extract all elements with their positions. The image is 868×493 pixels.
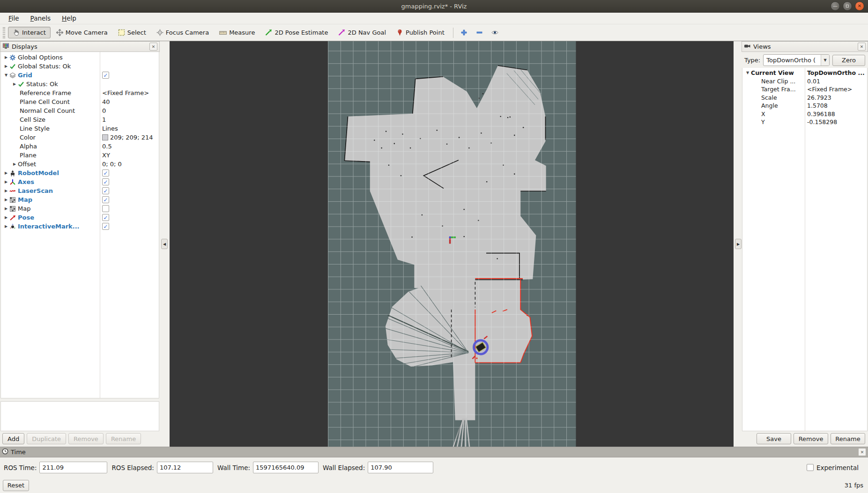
- expander-icon[interactable]: ▶: [3, 224, 9, 228]
- left-splitter[interactable]: ◀: [160, 41, 170, 447]
- close-button[interactable]: ✕: [855, 1, 864, 11]
- enabled-checkbox[interactable]: ✓: [102, 187, 109, 194]
- tool-2d-nav-goal[interactable]: 2D Nav Goal: [334, 27, 391, 38]
- tree-row[interactable]: Normal Cell Count0: [1, 106, 159, 115]
- expander-icon[interactable]: ▶: [3, 215, 9, 220]
- enabled-checkbox[interactable]: [102, 205, 109, 212]
- tree-row[interactable]: ▶RobotModel✓: [1, 169, 159, 177]
- 3d-viewport[interactable]: [170, 41, 734, 447]
- tool-select[interactable]: Select: [113, 27, 151, 38]
- tree-row[interactable]: Reference Frame<Fixed Frame>: [1, 88, 159, 97]
- menu-panels[interactable]: Panels: [25, 13, 56, 23]
- ros-elapsed-input[interactable]: [157, 462, 213, 473]
- tool-focus-camera[interactable]: Focus Camera: [152, 27, 214, 38]
- expander-icon[interactable]: ▶: [3, 64, 9, 68]
- maximize-button[interactable]: [843, 1, 852, 11]
- property-value[interactable]: 0.5: [102, 143, 112, 150]
- expander-icon[interactable]: ▶: [3, 198, 9, 202]
- menu-help[interactable]: Help: [56, 13, 82, 23]
- experimental-checkbox[interactable]: [807, 464, 814, 471]
- tree-row[interactable]: ▶Axes✓: [1, 177, 159, 186]
- tool-interact[interactable]: Interact: [8, 27, 51, 38]
- tree-row[interactable]: Plane Cell Count40: [1, 97, 159, 106]
- menu-file[interactable]: File: [3, 13, 25, 23]
- property-value[interactable]: 0; 0; 0: [102, 161, 122, 168]
- remove-button[interactable]: Remove: [68, 433, 104, 444]
- tree-row[interactable]: ▶Map✓: [1, 195, 159, 204]
- enabled-checkbox[interactable]: ✓: [102, 178, 109, 185]
- tool-publish-point[interactable]: Publish Point: [392, 27, 449, 38]
- expander-icon[interactable]: ▶: [11, 162, 18, 166]
- collapse-left-icon[interactable]: ◀: [161, 239, 168, 249]
- tree-row[interactable]: ▶Pose✓: [1, 213, 159, 222]
- expander-icon[interactable]: ▶: [3, 171, 9, 175]
- expander-icon[interactable]: ▼: [744, 71, 751, 75]
- property-value[interactable]: 209; 209; 214: [110, 134, 153, 141]
- property-value[interactable]: <Fixed Frame>: [807, 86, 852, 93]
- property-value[interactable]: 1: [102, 116, 106, 123]
- view-type-dropdown[interactable]: TopDownOrtho ( ▼: [763, 54, 830, 66]
- property-value[interactable]: 0: [102, 107, 106, 114]
- expander-icon[interactable]: ▶: [3, 180, 9, 184]
- tree-row[interactable]: ▶Global Status: Ok: [1, 62, 159, 71]
- toolbar-drag-handle[interactable]: [3, 27, 5, 38]
- tree-row[interactable]: ▶Status: Ok: [1, 80, 159, 88]
- property-value[interactable]: XY: [102, 152, 110, 159]
- property-value[interactable]: 0.396188: [807, 110, 835, 118]
- tree-row[interactable]: ▶Offset0; 0; 0: [1, 160, 159, 169]
- tree-row[interactable]: ▶LaserScan✓: [1, 186, 159, 195]
- reset-button[interactable]: Reset: [3, 480, 29, 491]
- tree-row[interactable]: ▶Global Options: [1, 53, 159, 62]
- expander-icon[interactable]: ▶: [11, 82, 18, 86]
- right-splitter[interactable]: ▶: [734, 41, 742, 447]
- rename-button[interactable]: Rename: [106, 433, 141, 444]
- enabled-checkbox[interactable]: ✓: [102, 214, 109, 221]
- tool-2d-pose-estimate[interactable]: 2D Pose Estimate: [260, 27, 333, 38]
- minimize-button[interactable]: —: [831, 1, 840, 11]
- enabled-checkbox[interactable]: ✓: [102, 72, 109, 79]
- tree-row[interactable]: Line StyleLines: [1, 124, 159, 133]
- expander-icon[interactable]: ▶: [3, 55, 9, 59]
- save-view-button[interactable]: Save: [757, 433, 791, 444]
- expander-icon[interactable]: ▶: [3, 189, 9, 193]
- tree-row[interactable]: ▼Grid✓: [1, 71, 159, 80]
- views-close-icon[interactable]: ✕: [858, 43, 866, 51]
- eye-button[interactable]: [488, 27, 502, 38]
- displays-close-icon[interactable]: ✕: [149, 43, 157, 51]
- zero-button[interactable]: Zero: [832, 55, 865, 66]
- property-value[interactable]: Lines: [102, 125, 118, 132]
- tree-row[interactable]: Alpha0.5: [1, 142, 159, 151]
- property-value[interactable]: -0.158298: [807, 118, 837, 125]
- zoom-in-button[interactable]: [457, 27, 471, 38]
- duplicate-button[interactable]: Duplicate: [27, 433, 66, 444]
- tree-row[interactable]: ▶Map: [1, 204, 159, 213]
- expander-icon[interactable]: ▼: [3, 73, 9, 77]
- views-panel-header[interactable]: Views ✕: [742, 41, 868, 52]
- tool-move-camera[interactable]: Move Camera: [52, 27, 112, 38]
- zoom-out-button[interactable]: [473, 27, 486, 38]
- column-separator[interactable]: [805, 68, 805, 431]
- wall-elapsed-input[interactable]: [368, 462, 433, 473]
- property-value[interactable]: 1.5708: [807, 102, 828, 109]
- displays-panel-header[interactable]: Displays ✕: [0, 41, 160, 52]
- tree-row[interactable]: ▶InteractiveMark...✓: [1, 222, 159, 231]
- expander-icon[interactable]: ▶: [3, 206, 9, 211]
- tree-row[interactable]: Color209; 209; 214: [1, 133, 159, 142]
- time-close-icon[interactable]: ✕: [858, 448, 866, 456]
- property-value[interactable]: 0.01: [807, 78, 820, 85]
- property-value[interactable]: 40: [102, 98, 110, 105]
- property-value[interactable]: <Fixed Frame>: [102, 89, 149, 96]
- wall-time-input[interactable]: [253, 462, 319, 473]
- collapse-right-icon[interactable]: ▶: [735, 239, 742, 249]
- column-separator[interactable]: [100, 52, 100, 398]
- tree-row[interactable]: Cell Size1: [1, 115, 159, 124]
- titlebar[interactable]: gmapping.rviz* - RViz — ✕: [0, 0, 868, 13]
- property-value[interactable]: 26.7923: [807, 94, 831, 101]
- time-panel-header[interactable]: Time ✕: [0, 447, 868, 457]
- enabled-checkbox[interactable]: ✓: [102, 169, 109, 177]
- enabled-checkbox[interactable]: ✓: [102, 223, 109, 230]
- ros-time-input[interactable]: [39, 462, 107, 473]
- add-button[interactable]: Add: [2, 433, 24, 444]
- tree-row[interactable]: PlaneXY: [1, 151, 159, 160]
- map-canvas[interactable]: [170, 41, 734, 447]
